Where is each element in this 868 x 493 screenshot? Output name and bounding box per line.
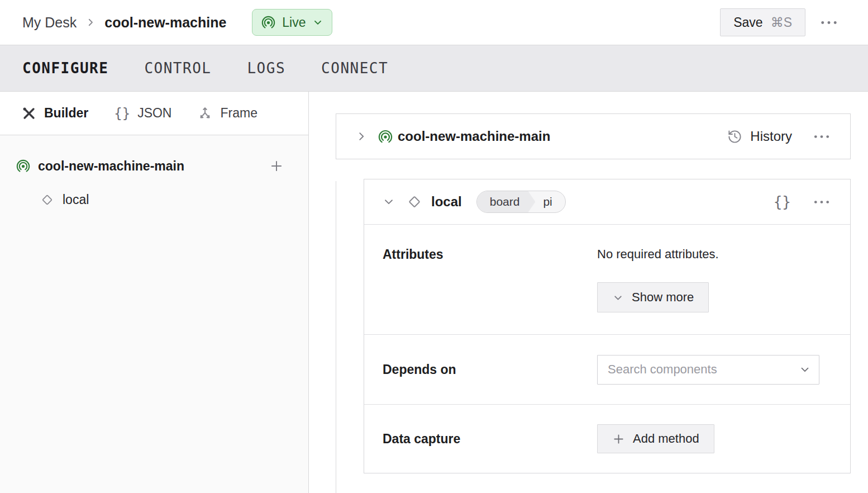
chevron-down-icon [312,17,323,28]
machine-part-card: cool-new-machine-main History [336,113,851,159]
tab-configure[interactable]: CONFIGURE [22,60,108,77]
data-capture-section: Data capture Add method [364,404,850,473]
component-card-local: local board pi {} [364,179,851,473]
depends-on-select [597,355,819,385]
save-label: Save [733,15,762,30]
mode-builder-label: Builder [44,106,88,121]
plus-icon [269,159,284,173]
data-capture-label: Data capture [383,432,597,447]
app-body: Builder {} JSON Frame [0,92,868,493]
tree-connector-line [336,181,336,493]
ellipsis-icon [813,200,830,205]
breadcrumb-parent-link[interactable]: My Desk [22,15,77,31]
machine-tree: cool-new-machine-main local [0,135,308,207]
main-nav-tabbar: CONFIGURE CONTROL LOGS CONNECT [0,45,868,92]
component-json-toggle-button[interactable]: {} [768,188,797,216]
component-type: board [477,191,536,212]
breadcrumb: My Desk cool-new-machine [22,15,226,31]
config-sidebar: Builder {} JSON Frame [0,92,309,493]
tab-logs[interactable]: LOGS [247,60,285,77]
show-more-button[interactable]: Show more [597,282,709,312]
tools-icon [21,106,37,121]
save-shortcut: ⌘S [771,15,792,30]
component-title: local [431,194,462,210]
config-main-area: cool-new-machine-main History [309,92,868,493]
mode-frame-label: Frame [220,106,257,121]
component-overflow-menu-button[interactable] [808,194,836,210]
tree-component-label: local [63,192,89,207]
component-collapse-button[interactable] [380,193,397,210]
breadcrumb-current: cool-new-machine [104,15,226,31]
show-more-label: Show more [632,290,694,305]
attributes-content: No required attributes. Show more [597,247,719,334]
ellipsis-icon [813,134,830,139]
mode-json-label: JSON [137,106,171,121]
mode-json[interactable]: {} JSON [114,106,171,121]
component-card-header: local board pi {} [364,179,850,224]
component-model: pi [535,191,565,212]
chevron-down-icon [612,292,624,304]
tree-item-component-local[interactable]: local [40,192,289,207]
ellipsis-icon [820,20,838,25]
depends-on-section: Depends on [364,334,850,404]
depends-on-label: Depends on [383,362,597,377]
app-header: My Desk cool-new-machine Live Save ⌘S [0,0,868,45]
part-card-actions: History [727,129,836,145]
tab-connect[interactable]: CONNECT [321,60,388,77]
machine-part-icon [16,159,31,173]
chevron-down-icon [383,196,395,208]
attributes-empty-text: No required attributes. [597,247,719,262]
braces-icon: {} [114,106,130,121]
part-card-overflow-menu-button[interactable] [808,129,836,145]
attributes-label: Attributes [383,247,597,334]
chevron-right-icon [355,130,368,143]
tree-part-label: cool-new-machine-main [38,159,184,174]
component-diamond-icon [407,194,422,210]
component-card-actions: {} [768,188,836,216]
header-overflow-menu-button[interactable] [814,15,843,31]
add-method-button[interactable]: Add method [597,424,714,453]
history-label: History [750,129,792,144]
sidebar-mode-switcher: Builder {} JSON Frame [0,92,308,135]
status-label: Live [282,15,306,30]
mode-frame[interactable]: Frame [197,106,257,121]
breadcrumb-separator-icon [85,17,96,27]
history-button[interactable]: History [727,129,792,144]
mode-builder[interactable]: Builder [21,106,88,121]
part-card-title: cool-new-machine-main [398,129,550,144]
add-method-label: Add method [633,432,699,446]
machine-part-icon [378,129,393,144]
save-button[interactable]: Save ⌘S [720,8,805,36]
part-card-expand-button[interactable] [353,128,370,145]
broadcast-icon [261,15,276,30]
search-components-input[interactable] [597,355,819,385]
braces-icon: {} [774,193,791,210]
add-component-button[interactable] [264,153,289,179]
attributes-section: Attributes No required attributes. Show … [364,224,850,334]
plus-icon [612,433,625,445]
component-type-tag: board pi [476,191,566,213]
machine-status-badge[interactable]: Live [252,9,332,36]
tab-control[interactable]: CONTROL [144,60,211,77]
history-icon [727,129,742,144]
component-diamond-icon [40,193,54,207]
tree-item-machine-part[interactable]: cool-new-machine-main [16,153,289,179]
axes-icon [197,106,213,121]
